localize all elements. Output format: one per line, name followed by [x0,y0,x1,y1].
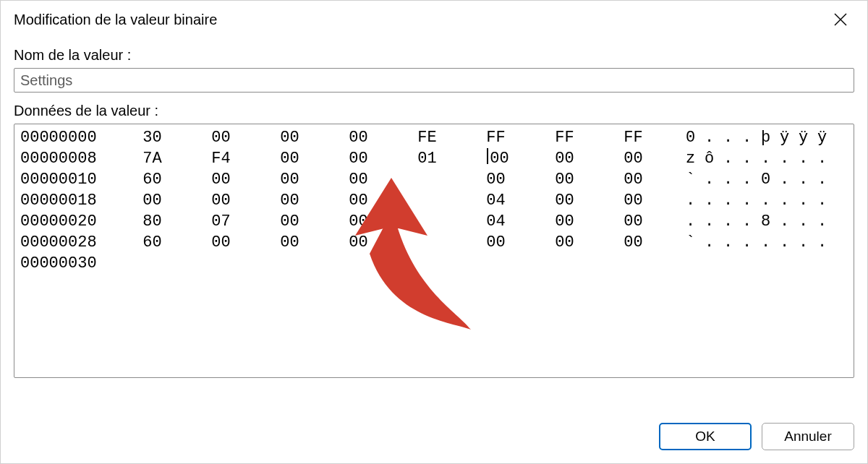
hex-byte[interactable]: 01 [393,148,461,169]
value-name-label: Nom de la valeur : [14,47,854,64]
hex-ascii-char: . [817,232,836,253]
ok-button[interactable]: OK [659,423,752,450]
hex-row: 0000002080070000040000....8... [20,211,848,232]
hex-byte[interactable] [393,232,461,253]
hex-byte[interactable]: 30 [118,127,187,148]
hex-ascii [686,253,836,274]
hex-byte[interactable]: 60 [118,169,187,190]
hex-ascii-char: ÿ [799,127,817,148]
hex-byte[interactable] [255,253,324,274]
hex-byte[interactable] [393,211,461,232]
hex-byte[interactable]: 60 [118,232,187,253]
hex-ascii-char: 0 [761,169,780,190]
hex-byte[interactable]: 00 [530,148,599,169]
hex-row: 0000002860000000000000`....... [20,232,848,253]
hex-ascii-char: . [742,211,761,232]
hex-ascii-char: . [723,232,742,253]
hex-byte[interactable]: 00 [187,169,255,190]
hex-byte[interactable]: 00 [324,211,393,232]
hex-byte[interactable]: FE [393,127,461,148]
hex-byte[interactable] [393,169,461,190]
hex-ascii-char: . [780,190,799,211]
hex-ascii-char: . [780,169,799,190]
hex-byte[interactable]: 00 [324,148,393,169]
hex-byte[interactable]: 00 [599,169,668,190]
hex-ascii: zô...... [686,148,836,169]
hex-byte[interactable]: 07 [187,211,255,232]
hex-ascii-char: . [723,127,742,148]
hex-byte[interactable]: 00 [255,127,324,148]
hex-ascii-char: . [742,232,761,253]
hex-byte[interactable]: 7A [118,148,187,169]
hex-byte[interactable] [393,190,461,211]
hex-byte[interactable] [118,253,187,274]
hex-byte[interactable] [187,253,255,274]
hex-ascii-char: . [761,148,780,169]
hex-ascii-char: ` [686,232,705,253]
hex-ascii-char: . [705,190,723,211]
hex-ascii-char: ÿ [817,127,836,148]
hex-byte[interactable]: FF [461,127,530,148]
text-caret [487,148,488,164]
hex-ascii-char: . [780,232,799,253]
hex-ascii-char: . [705,211,723,232]
hex-row: 0000000030000000FEFFFFFF0...þÿÿÿ [20,127,848,148]
hex-byte[interactable]: 00 [255,148,324,169]
edit-binary-dialog: Modification de la valeur binaire Nom de… [0,0,868,464]
hex-byte[interactable]: 00 [530,232,599,253]
hex-byte[interactable]: 00 [530,169,599,190]
hex-byte[interactable]: 00 [599,211,668,232]
hex-ascii-char: . [780,211,799,232]
hex-editor[interactable]: 0000000030000000FEFFFFFF0...þÿÿÿ00000008… [14,124,854,378]
cancel-button[interactable]: Annuler [762,423,854,450]
hex-ascii-char: z [686,148,705,169]
hex-byte[interactable]: 00 [461,232,530,253]
hex-byte[interactable]: 00 [255,232,324,253]
hex-byte[interactable]: 00 [530,190,599,211]
close-button[interactable] [824,8,857,31]
hex-byte[interactable]: 00 [324,232,393,253]
hex-ascii-char: . [761,232,780,253]
hex-byte[interactable]: 00 [255,190,324,211]
hex-byte[interactable]: 00 [530,211,599,232]
hex-byte[interactable]: 00 [461,148,530,169]
hex-ascii-char: . [799,232,817,253]
hex-byte[interactable]: 00 [118,190,187,211]
value-data-label: Données de la valeur : [14,103,854,119]
hex-byte[interactable]: 00 [461,169,530,190]
hex-ascii-char: . [799,169,817,190]
hex-byte[interactable]: 00 [599,190,668,211]
hex-byte[interactable]: 00 [324,127,393,148]
hex-ascii-char: ` [686,169,705,190]
hex-byte[interactable]: 80 [118,211,187,232]
hex-ascii-char: . [817,148,836,169]
hex-byte[interactable]: 00 [599,148,668,169]
hex-byte[interactable] [530,253,599,274]
hex-row: 0000001800000000040000........ [20,190,848,211]
hex-byte[interactable] [393,253,461,274]
hex-ascii-char: . [742,169,761,190]
hex-byte[interactable]: F4 [187,148,255,169]
hex-byte[interactable] [599,253,668,274]
hex-byte[interactable]: 00 [324,190,393,211]
hex-byte[interactable]: 00 [255,169,324,190]
hex-byte[interactable]: 00 [599,232,668,253]
hex-byte[interactable]: 00 [187,190,255,211]
hex-byte[interactable]: FF [599,127,668,148]
hex-ascii-char: . [723,190,742,211]
hex-byte[interactable]: 00 [324,169,393,190]
hex-offset: 00000028 [20,232,118,253]
hex-byte[interactable]: 04 [461,190,530,211]
hex-byte[interactable] [324,253,393,274]
hex-byte[interactable]: FF [530,127,599,148]
hex-byte[interactable]: 00 [255,211,324,232]
hex-ascii-char: . [723,211,742,232]
hex-byte[interactable] [461,253,530,274]
value-name-input[interactable] [14,68,854,93]
hex-byte[interactable]: 04 [461,211,530,232]
hex-ascii-char: . [817,211,836,232]
hex-ascii-char: . [799,190,817,211]
hex-byte[interactable]: 00 [187,232,255,253]
hex-ascii-char: . [817,169,836,190]
hex-byte[interactable]: 00 [187,127,255,148]
